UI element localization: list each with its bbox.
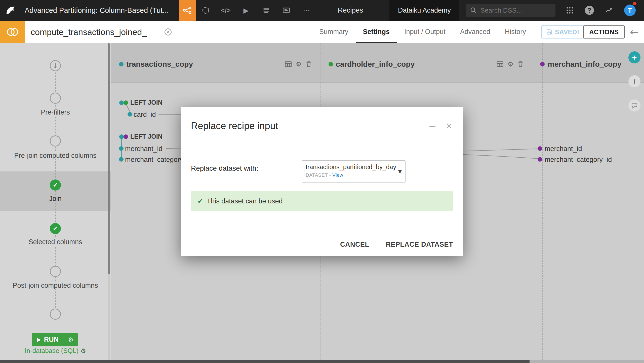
lab-icon[interactable] <box>196 0 216 21</box>
run-controls: ▶ RUN ⚙ <box>32 333 78 346</box>
search-input[interactable] <box>480 6 551 15</box>
avatar[interactable]: T <box>624 5 636 16</box>
chevron-down-icon: ▼ <box>398 169 402 174</box>
replace-recipe-input-dialog: Replace recipe input − × Replace dataset… <box>181 107 463 256</box>
target-merchant-id[interactable]: merchant_id <box>545 145 582 153</box>
collapse-panel-icon[interactable]: ← <box>630 21 638 43</box>
project-title: Advanced Partitioning: Column-Based (Tut… <box>21 6 179 15</box>
step-prefilters-circle[interactable] <box>50 93 61 104</box>
step-prefilters-label[interactable]: Pre-filters <box>0 108 111 116</box>
key-merchant-id[interactable]: merchant_id <box>125 145 163 153</box>
dataset-dot-cardholder <box>329 62 333 66</box>
gear-icon[interactable]: ⚙ <box>508 60 513 68</box>
flow-button[interactable] <box>179 0 196 21</box>
view-link[interactable]: View <box>332 172 343 178</box>
join-steps-sidebar: ↓ Pre-filters Pre-join computed columns … <box>0 43 111 360</box>
recipes-nav-label[interactable]: Recipes <box>327 6 374 14</box>
cancel-button[interactable]: CANCEL <box>340 241 369 248</box>
replace-dataset-button[interactable]: REPLACE DATASET <box>386 241 453 248</box>
run-settings-button[interactable]: ⚙ <box>64 333 78 346</box>
key-dot-merchant-id <box>119 146 124 151</box>
join-2[interactable]: LEFT JOIN <box>119 133 163 140</box>
dropdown-value: transactions_partitioned_by_day <box>306 163 402 171</box>
dataset-title-transactions[interactable]: transactions_copy <box>126 60 193 68</box>
horizontal-scrollbar[interactable] <box>0 360 644 363</box>
join-2-type: LEFT JOIN <box>130 133 163 140</box>
actions-button[interactable]: ACTIONS <box>583 25 625 39</box>
stack-icon[interactable] <box>256 0 276 21</box>
jobs-play-icon[interactable]: ▶ <box>236 0 256 21</box>
step-input-circle[interactable]: ↓ <box>50 60 61 71</box>
step-prejoin-circle[interactable] <box>50 135 61 147</box>
join-2-left-dot <box>119 134 124 139</box>
dropdown-type: DATASET <box>306 172 328 178</box>
user-menu[interactable]: T <box>619 0 641 21</box>
dashboard-icon[interactable] <box>276 0 296 21</box>
trash-icon[interactable] <box>306 61 312 67</box>
dropdown-subtext: DATASET - View <box>306 172 402 178</box>
apps-grid-icon[interactable] <box>560 0 580 21</box>
success-alert: ✔ This dataset can be used <box>191 191 453 211</box>
key-dot-merchant-category <box>119 157 124 162</box>
dataiku-bird-icon <box>5 5 16 16</box>
step-join-label[interactable]: Join <box>0 195 111 203</box>
dataset-dot-transactions <box>119 62 124 66</box>
trend-icon[interactable] <box>599 0 619 21</box>
step-selected-columns-circle[interactable]: ✔ <box>50 223 61 234</box>
dataiku-logo[interactable] <box>0 0 21 21</box>
step-output-circle[interactable] <box>50 309 61 320</box>
save-icon <box>546 29 552 35</box>
dataset-dropdown[interactable]: transactions_partitioned_by_day DATASET … <box>302 160 406 183</box>
table-icon[interactable] <box>497 61 504 67</box>
close-icon[interactable]: × <box>446 121 452 132</box>
tab-input-output[interactable]: Input / Output <box>397 21 453 43</box>
sidebar-scrollbar-thumb[interactable] <box>108 43 110 274</box>
horizontal-scrollbar-thumb[interactable] <box>0 360 530 363</box>
trash-icon[interactable] <box>517 61 524 67</box>
key-dot-card-id <box>128 112 132 117</box>
recipe-name: compute_transactions_joined_ <box>31 21 147 43</box>
tab-history[interactable]: History <box>498 21 533 43</box>
search-box[interactable] <box>466 4 555 17</box>
add-button[interactable]: + <box>628 51 640 63</box>
run-button[interactable]: ▶ RUN <box>32 333 64 346</box>
tab-settings[interactable]: Settings <box>356 21 397 43</box>
step-join-circle[interactable]: ✔ <box>50 179 61 191</box>
more-icon[interactable]: ··· <box>296 0 316 21</box>
dataset-actions-cardholder: ⚙ <box>497 60 524 68</box>
top-nav-bar: Advanced Partitioning: Column-Based (Tut… <box>0 0 644 21</box>
join-recipe-icon <box>0 21 25 43</box>
table-icon[interactable] <box>285 61 292 67</box>
join-1-right-dot <box>124 100 128 105</box>
engine-selector[interactable]: In-database (SQL)⚙ <box>0 347 111 355</box>
help-icon[interactable]: ? <box>580 0 599 21</box>
recipe-header: compute_transactions_joined_ Summary Set… <box>0 21 644 43</box>
saved-button: SAVED! <box>541 25 584 39</box>
join-1[interactable]: LEFT JOIN <box>119 99 163 106</box>
engine-settings-gears-icon: ⚙ <box>80 347 86 354</box>
comments-button[interactable] <box>628 99 640 112</box>
info-button[interactable]: i <box>628 75 640 87</box>
step-prejoin-label[interactable]: Pre-join computed columns <box>0 152 111 160</box>
sidebar-scrollbar[interactable] <box>108 43 110 360</box>
dialog-title: Replace recipe input <box>191 121 278 131</box>
step-selected-columns-label[interactable]: Selected columns <box>0 238 111 246</box>
gear-icon[interactable]: ⚙ <box>296 60 302 68</box>
code-notebooks-icon[interactable]: </> <box>216 0 236 21</box>
search-icon <box>470 7 477 14</box>
target-dot-merchant-category-id <box>538 157 542 162</box>
dataset-title-cardholder[interactable]: cardholder_info_copy <box>336 60 415 68</box>
navigate-flow-icon[interactable] <box>164 28 172 37</box>
tab-summary[interactable]: Summary <box>312 21 356 43</box>
dataset-title-merchant[interactable]: merchant_info_copy <box>548 60 643 68</box>
tab-advanced[interactable]: Advanced <box>453 21 498 43</box>
step-postjoin-circle[interactable] <box>50 266 61 277</box>
step-postjoin-label[interactable]: Post-join computed columns <box>0 282 111 289</box>
target-dot-merchant-id <box>538 146 542 151</box>
success-message: This dataset can be used <box>207 197 283 205</box>
minimize-icon[interactable]: − <box>428 121 436 131</box>
key-card-id[interactable]: card_id <box>134 111 156 119</box>
instance-name-button[interactable]: Dataiku Academy <box>389 0 459 21</box>
replace-dataset-label: Replace dataset with: <box>191 164 258 172</box>
target-merchant-category-id[interactable]: merchant_category_id <box>545 156 612 164</box>
